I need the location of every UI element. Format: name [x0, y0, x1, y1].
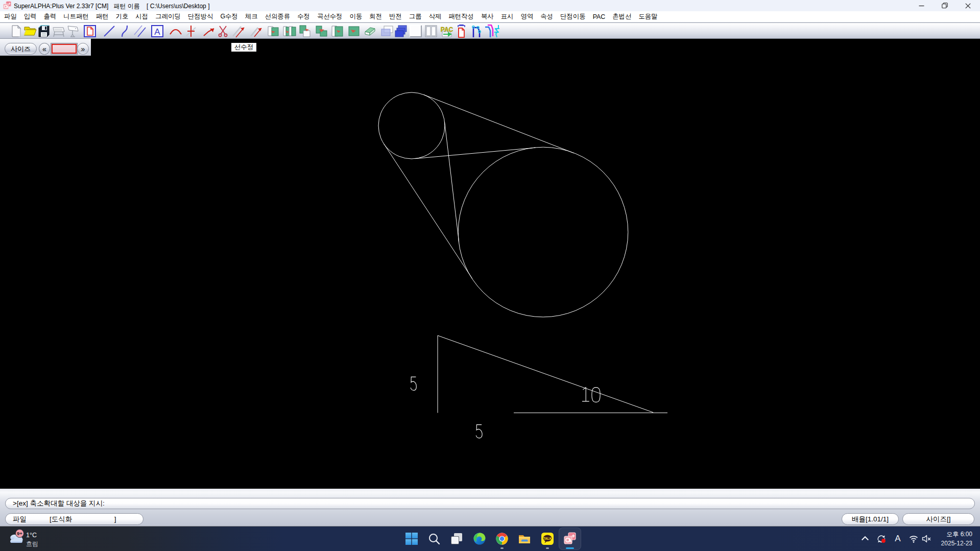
weather-widget[interactable]: 9+ — [9, 533, 23, 543]
menu-item-표시[interactable]: 표시 — [501, 12, 514, 21]
copy-stack-icon[interactable] — [394, 25, 408, 38]
two-panels-icon[interactable] — [424, 25, 438, 38]
dimension-label-10 — [582, 388, 589, 401]
open-folder-icon[interactable] — [23, 25, 37, 38]
size-prev-button[interactable]: « — [39, 43, 50, 55]
polyline-nodes-icon[interactable] — [472, 25, 482, 38]
status-bar: >[ex] 축소확대할 대상을 지시: 파일 [도식화 ] 배율[1.01/1]… — [0, 489, 980, 526]
scale-status[interactable]: 배율[1.01/1] — [842, 513, 899, 525]
title-bar: SuperALPHA:Plus Ver 2.33r7 [CM] 패턴 이름 [ … — [0, 0, 980, 11]
app-icon — [3, 1, 12, 10]
edge-button[interactable] — [468, 528, 491, 550]
menu-item-그룹[interactable]: 그룹 — [409, 12, 422, 21]
tray-wifi-button[interactable] — [907, 533, 920, 545]
area-select-icon[interactable] — [409, 25, 422, 38]
toolbar — [0, 22, 980, 39]
line-tool-icon[interactable] — [103, 25, 116, 38]
task-view-button[interactable] — [445, 528, 468, 550]
search-button[interactable] — [423, 528, 445, 550]
restore-icon — [942, 3, 948, 9]
menu-item-패턴[interactable]: 패턴 — [96, 12, 109, 21]
size-input[interactable] — [52, 44, 77, 54]
offset-arrow-icon[interactable] — [250, 25, 263, 38]
piece-fill-icon[interactable] — [347, 25, 361, 38]
menu-item-그레이딩[interactable]: 그레이딩 — [155, 12, 181, 21]
menu-item-패턴작성[interactable]: 패턴작성 — [448, 12, 474, 21]
size-next-button[interactable]: » — [77, 43, 89, 55]
file-status[interactable]: 파일 [도식화 ] — [5, 513, 144, 525]
menu-item-수정[interactable]: 수정 — [297, 12, 310, 21]
menu-item-단점이동[interactable]: 단점이동 — [560, 12, 586, 21]
menu-item-선의종류[interactable]: 선의종류 — [265, 12, 291, 21]
arc-tool-icon[interactable] — [169, 25, 182, 38]
direction-arrow-icon[interactable] — [202, 25, 216, 38]
menu-item-단점방식[interactable]: 단점방식 — [188, 12, 213, 21]
eraser-icon[interactable] — [363, 25, 376, 38]
start-button[interactable] — [400, 528, 423, 550]
menu-item-속성[interactable]: 속성 — [540, 12, 553, 21]
tray-chevron-up-button[interactable] — [859, 533, 871, 545]
size-toolbar: 사이즈 « » — [0, 39, 91, 56]
piece-copy-down-icon[interactable] — [299, 25, 312, 38]
tray-sync-button[interactable] — [875, 533, 888, 545]
kakaotalk-button[interactable] — [536, 528, 559, 550]
piece-move-icon[interactable] — [267, 25, 280, 38]
piece-paste-icon[interactable] — [331, 25, 344, 38]
menu-item-체크[interactable]: 체크 — [245, 12, 258, 21]
text-tool-icon[interactable] — [151, 25, 164, 38]
kakaotalk-icon — [541, 532, 554, 545]
file-explorer-button[interactable] — [513, 528, 536, 550]
pattern-file-icon[interactable] — [83, 25, 97, 38]
close-button[interactable] — [958, 0, 978, 11]
point-tool-icon[interactable] — [184, 25, 198, 38]
menu-item-복사[interactable]: 복사 — [481, 12, 494, 21]
new-document-icon[interactable] — [10, 25, 23, 38]
scissors-icon[interactable] — [217, 25, 230, 38]
minimize-button[interactable] — [911, 0, 931, 11]
copy-ghost-icon[interactable] — [380, 25, 394, 38]
command-prompt[interactable]: >[ex] 축소확대할 대상을 지시: — [5, 498, 975, 509]
pac-export-icon[interactable] — [440, 25, 453, 38]
zigzag-cyan-icon[interactable] — [494, 25, 500, 38]
menu-item-출력[interactable]: 출력 — [44, 12, 57, 21]
menu-item-영역[interactable]: 영역 — [521, 12, 534, 21]
menu-item-이동[interactable]: 이동 — [349, 12, 362, 21]
size-button[interactable]: 사이즈 — [5, 43, 37, 55]
menu-item-도움말[interactable]: 도움말 — [638, 12, 657, 21]
tray-sync-icon — [876, 534, 887, 544]
cad-drawing — [0, 39, 980, 489]
save-floppy-icon[interactable] — [37, 25, 51, 38]
menu-item-입력[interactable]: 입력 — [24, 12, 37, 21]
piece-move-double-icon[interactable] — [283, 25, 296, 38]
plotter-icon[interactable] — [52, 25, 65, 38]
chrome-button[interactable] — [491, 528, 513, 550]
piece-copy-rotate-icon[interactable] — [315, 25, 328, 38]
minimize-icon — [919, 3, 924, 9]
polyline-magenta-icon[interactable] — [485, 25, 494, 38]
menu-item-회전[interactable]: 회전 — [369, 12, 382, 21]
menu-item-니트패턴[interactable]: 니트패턴 — [63, 12, 89, 21]
curve-tool-icon[interactable] — [118, 25, 131, 38]
menu-item-기호[interactable]: 기호 — [116, 12, 129, 21]
menu-item-반전[interactable]: 반전 — [389, 12, 402, 21]
restore-button[interactable] — [935, 0, 955, 11]
menu-item-시접[interactable]: 시접 — [135, 12, 148, 21]
tray-ime-korean-button[interactable]: A — [892, 533, 904, 545]
red-doc-bracket-icon[interactable] — [458, 25, 465, 38]
menu-item-PAC[interactable]: PAC — [593, 13, 606, 20]
tray-wifi-icon — [909, 534, 919, 544]
drawing-canvas[interactable] — [0, 39, 980, 489]
menu-item-삭제[interactable]: 삭제 — [429, 12, 442, 21]
superalpha-button[interactable] — [559, 528, 581, 550]
offset-line-icon[interactable] — [232, 25, 245, 38]
digitizer-icon[interactable] — [66, 25, 79, 38]
alpha-app-icon — [563, 532, 577, 545]
taskbar-clock[interactable]: 오후 6:00 2025-12-23 — [928, 530, 972, 548]
size-status[interactable]: 사이즈[] — [902, 513, 974, 525]
menu-item-곡선수정[interactable]: 곡선수정 — [317, 12, 343, 21]
inner-tangent-steep — [445, 122, 459, 242]
menu-item-파일[interactable]: 파일 — [4, 12, 17, 21]
menu-item-G수정[interactable]: G수정 — [220, 12, 237, 21]
menu-item-촌법선[interactable]: 촌법선 — [612, 12, 631, 21]
parallel-lines-icon[interactable] — [133, 25, 147, 38]
